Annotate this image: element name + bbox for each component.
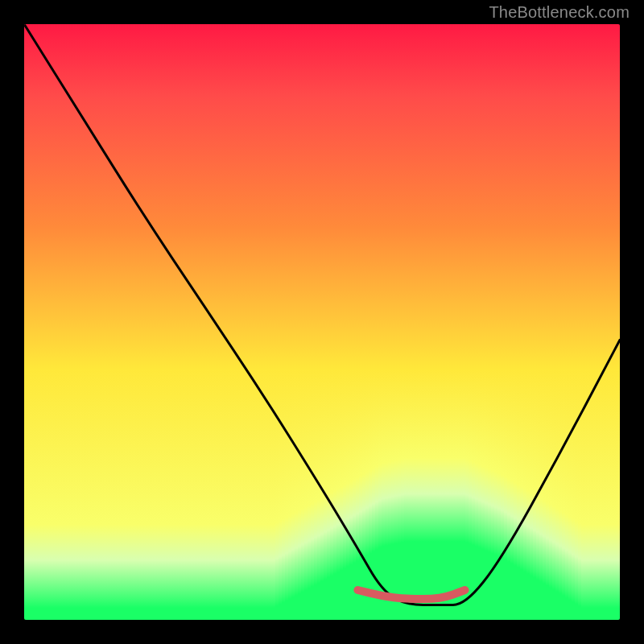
bottleneck-curve xyxy=(24,24,620,605)
chart-plot-area xyxy=(24,24,620,620)
valley-marker xyxy=(357,590,464,599)
watermark-text: TheBottleneck.com xyxy=(489,3,630,22)
chart-curve-layer xyxy=(24,24,620,620)
